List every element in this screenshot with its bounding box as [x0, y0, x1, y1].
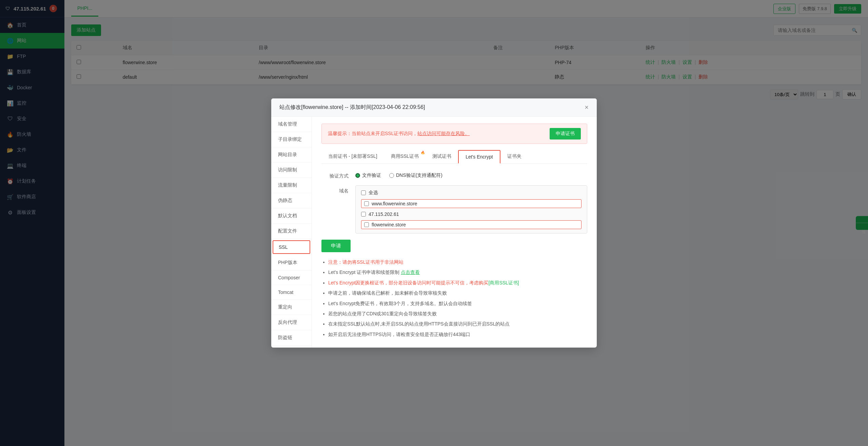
note-3-link[interactable]: [商用SSL证书] — [489, 280, 519, 285]
domain-item-www[interactable]: www.flowerwine.store — [361, 199, 581, 208]
domain-ip-value: 47.115.202.61 — [369, 211, 399, 217]
note-6-text: 若您的站点使用了CDN或301重定向会导致续签失败 — [328, 311, 437, 316]
domain-content: 全选 www.flowerwine.store 47.115.202.61 — [355, 185, 587, 234]
submit-button[interactable]: 申请 — [321, 240, 351, 252]
cert-tab-commercial-label: 商用SSL证书 — [391, 153, 419, 159]
verify-method-content: 文件验证 DNS验证(支持通配符) — [355, 170, 587, 179]
verify-dns-label: DNS验证(支持通配符) — [396, 172, 442, 179]
modal-sidebar-traffic[interactable]: 流量限制 — [271, 178, 312, 193]
modal-sidebar-domain[interactable]: 域名管理 — [271, 117, 312, 132]
note-3: Let's Encrypt因更换根证书，部分老旧设备访问时可能提示不可信，考虑购… — [328, 279, 587, 286]
note-2-link[interactable]: 点击查看 — [401, 270, 420, 275]
modal-title: 站点修改[flowerwine.store] -- 添加时间[2023-04-0… — [279, 104, 425, 111]
domain-www-value: www.flowerwine.store — [372, 201, 417, 206]
modal-sidebar-tomcat[interactable]: Tomcat — [271, 285, 312, 300]
modal-sidebar-reverseproxy[interactable]: 反向代理 — [271, 315, 312, 330]
notes-list: 注意：请勿将SSL证书用于非法网站 Let's Encrypt 证书申请和续签限… — [321, 258, 587, 338]
note-4-text: 申请之前，请确保域名已解析，如未解析会导致审核失败 — [328, 290, 447, 296]
warning-text: 温馨提示：当前站点未开启SSL证书访问，站点访问可能存在风险。 — [328, 131, 470, 137]
select-all-item[interactable]: 全选 — [361, 190, 581, 196]
domain-label: 域名 — [321, 185, 349, 194]
note-1-text: 注意：请勿将SSL证书用于非法网站 — [328, 259, 403, 265]
domain-select-all-checkbox[interactable] — [361, 190, 366, 195]
modal-header: 站点修改[flowerwine.store] -- 添加时间[2023-04-0… — [271, 98, 597, 117]
domain-item-ip[interactable]: 47.115.202.61 — [361, 211, 581, 217]
apply-cert-button[interactable]: 申请证书 — [550, 128, 581, 140]
warning-underline: 站点访问可能存在风险。 — [417, 131, 470, 136]
cert-tab-certfolder[interactable]: 证书夹 — [500, 150, 528, 164]
verify-file-option[interactable]: 文件验证 — [355, 172, 381, 179]
modal-sidebar: 域名管理 子目录绑定 网站目录 访问限制 流量限制 伪静态 默认文档 配置文件 … — [271, 117, 312, 348]
modal-sidebar-pseudostatic[interactable]: 伪静态 — [271, 193, 312, 208]
note-3-text: Let's Encrypt因更换根证书，部分老旧设备访问时可能提示不可信，考虑购… — [328, 280, 489, 285]
hot-badge: 🔥 — [421, 151, 425, 154]
note-8: 如开启后无法使用HTTPS访问，请检查安全组是否正确放行443端口 — [328, 331, 587, 338]
select-all-label: 全选 — [369, 190, 378, 196]
verify-dns-radio[interactable] — [389, 173, 394, 178]
verify-dns-option[interactable]: DNS验证(支持通配符) — [389, 172, 442, 179]
modal-sidebar-phpver[interactable]: PHP版本 — [271, 255, 312, 271]
modal-sidebar-defaultdoc[interactable]: 默认文档 — [271, 208, 312, 224]
cert-tab-letsencrypt[interactable]: Let's Encrypt — [458, 150, 500, 164]
note-4: 申请之前，请确保域名已解析，如未解析会导致审核失败 — [328, 289, 587, 297]
modal-sidebar-subdir[interactable]: 子目录绑定 — [271, 132, 312, 147]
warning-banner: 温馨提示：当前站点未开启SSL证书访问，站点访问可能存在风险。 申请证书 — [321, 124, 587, 144]
domain-root-checkbox[interactable] — [364, 222, 369, 227]
domain-www-checkbox[interactable] — [364, 201, 369, 206]
note-5-text: Let's Encrypt免费证书，有效期3个月，支持多域名。默认会自动续签 — [328, 301, 472, 306]
cert-tab-commercial[interactable]: 商用SSL证书 🔥 — [384, 150, 426, 164]
domain-list-box: 全选 www.flowerwine.store 47.115.202.61 — [355, 185, 587, 234]
modal-sidebar-composer[interactable]: Composer — [271, 271, 312, 285]
note-8-text: 如开启后无法使用HTTPS访问，请检查安全组是否正确放行443端口 — [328, 332, 470, 337]
modal-close-button[interactable]: × — [585, 104, 589, 111]
cert-tab-test[interactable]: 测试证书 — [426, 150, 458, 164]
modal-overlay: 站点修改[flowerwine.store] -- 添加时间[2023-04-0… — [0, 0, 868, 446]
note-6: 若您的站点使用了CDN或301重定向会导致续签失败 — [328, 310, 587, 317]
note-5: Let's Encrypt免费证书，有效期3个月，支持多域名。默认会自动续签 — [328, 300, 587, 307]
domain-ip-checkbox[interactable] — [361, 212, 366, 217]
note-7-text: 在未指定SSL默认站点时,未开启SSL的站点使用HTTPS会直接访问到已开启SS… — [328, 321, 510, 327]
verify-radio-group: 文件验证 DNS验证(支持通配符) — [355, 170, 587, 179]
modal-sidebar-hotlink[interactable]: 防盗链 — [271, 330, 312, 346]
cert-tab-current[interactable]: 当前证书 - [未部署SSL] — [321, 150, 384, 164]
modal-body: 域名管理 子目录绑定 网站目录 访问限制 流量限制 伪静态 默认文档 配置文件 … — [271, 117, 597, 348]
verify-file-radio[interactable] — [355, 173, 360, 178]
domain-row: 域名 全选 www.flowerwine.store — [321, 185, 587, 234]
site-edit-modal: 站点修改[flowerwine.store] -- 添加时间[2023-04-0… — [271, 98, 597, 348]
cert-tabs: 当前证书 - [未部署SSL] 商用SSL证书 🔥 测试证书 Let's Enc… — [321, 150, 587, 164]
modal-sidebar-redirect[interactable]: 重定向 — [271, 300, 312, 315]
modal-sidebar-access[interactable]: 访问限制 — [271, 163, 312, 178]
domain-item-root[interactable]: flowerwine.store — [361, 220, 581, 229]
note-1: 注意：请勿将SSL证书用于非法网站 — [328, 258, 587, 266]
modal-sidebar-ssl[interactable]: SSL — [273, 240, 310, 254]
note-2-text: Let's Encrypt 证书申请和续签限制 — [328, 270, 401, 275]
note-7: 在未指定SSL默认站点时,未开启SSL的站点使用HTTPS会直接访问到已开启SS… — [328, 320, 587, 328]
verify-file-label: 文件验证 — [362, 172, 381, 179]
modal-sidebar-configfile[interactable]: 配置文件 — [271, 224, 312, 239]
modal-sidebar-webdir[interactable]: 网站目录 — [271, 147, 312, 163]
domain-root-value: flowerwine.store — [372, 222, 406, 227]
note-2: Let's Encrypt 证书申请和续签限制 点击查看 — [328, 268, 587, 276]
verify-method-label: 验证方式 — [321, 170, 349, 179]
modal-main: 温馨提示：当前站点未开启SSL证书访问，站点访问可能存在风险。 申请证书 当前证… — [312, 117, 597, 348]
verify-method-row: 验证方式 文件验证 DNS验证(支持通配符) — [321, 170, 587, 179]
